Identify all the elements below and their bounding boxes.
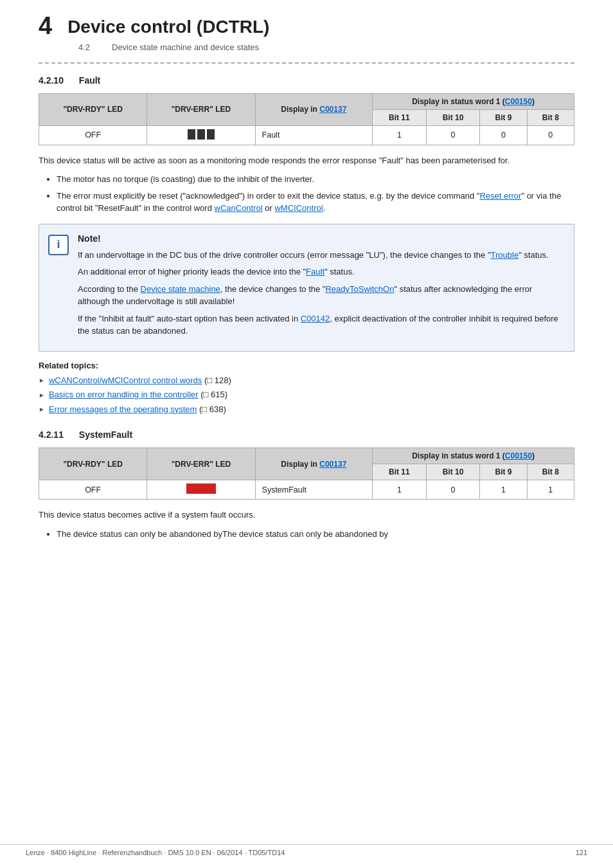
related-item-1: ► wCANControl/wMCIControl control words … xyxy=(39,374,574,387)
sf-c00137-link[interactable]: C00137 xyxy=(319,460,346,469)
fault-th-bit10: Bit 10 xyxy=(426,109,480,125)
wmcicontrol-link[interactable]: wMCIControl xyxy=(274,203,323,213)
led-bars-fault xyxy=(188,129,215,140)
fault-section-label: Fault xyxy=(79,75,100,86)
fault-th-bit8: Bit 8 xyxy=(527,109,574,125)
sf-th-col1: "DRV-RDY" LED xyxy=(39,448,147,480)
note-para3: According to the Device state machine, t… xyxy=(78,283,564,308)
fault-bullet1: The motor has no torque (is coasting) du… xyxy=(57,173,574,186)
note-icon: i xyxy=(48,235,69,255)
fault-th-col2: "DRV-ERR" LED xyxy=(147,93,255,125)
sf-th-bit10: Bit 10 xyxy=(426,464,480,480)
led-bar-3 xyxy=(207,129,215,140)
sf-bullet1: The device status can only be abandoned … xyxy=(57,528,574,541)
sf-led-rdy: OFF xyxy=(39,480,147,500)
wcancontrol-link[interactable]: wCanControl xyxy=(215,203,263,213)
sf-bit9-val: 1 xyxy=(480,480,527,500)
sf-th-bit11: Bit 11 xyxy=(373,464,427,480)
note-para4: If the "Inhibit at fault" auto-start opt… xyxy=(78,312,564,338)
fault-display-val: Fault xyxy=(255,125,372,145)
sf-th-bit8: Bit 8 xyxy=(527,464,574,480)
section-systemfault: 4.2.11 SystemFault "DRV-RDY" LED "DRV-ER… xyxy=(39,429,574,540)
note-title: Note! xyxy=(78,233,564,244)
ready-to-switchon-link[interactable]: ReadyToSwitchOn xyxy=(325,284,394,294)
fault-bit10-val: 0 xyxy=(426,125,480,145)
fault-bullet2: The error must explicitly be reset ("ack… xyxy=(57,190,574,215)
fault-table: "DRV-RDY" LED "DRV-ERR" LED Display in C… xyxy=(39,93,574,145)
systemfault-table-row: OFF SystemFault 1 0 1 1 xyxy=(39,480,574,500)
systemfault-table: "DRV-RDY" LED "DRV-ERR" LED Display in C… xyxy=(39,448,574,500)
related-item-2: ► Basics on error handling in the contro… xyxy=(39,388,574,401)
fault-bit9-val: 0 xyxy=(480,125,527,145)
led-bar-1 xyxy=(188,129,195,140)
fault-body1: This device status will be active as soo… xyxy=(39,154,574,167)
fault-section-num: 4.2.10 xyxy=(39,75,64,86)
systemfault-section-label: SystemFault xyxy=(79,429,132,440)
related-topics: Related topics: ► wCANControl/wMCIContro… xyxy=(39,361,574,416)
subchapter-text: Device state machine and device states xyxy=(112,42,259,52)
device-state-machine-link[interactable]: Device state machine xyxy=(141,284,220,294)
chapter-number: 4 xyxy=(39,13,52,40)
related-link-2[interactable]: Basics on error handling in the controll… xyxy=(49,388,199,401)
fault-th-col4: Display in status word 1 (C00150) xyxy=(373,93,574,109)
fault-bit8-val: 0 xyxy=(527,125,574,145)
sf-bit11-val: 1 xyxy=(373,480,427,500)
systemfault-section-num: 4.2.11 xyxy=(39,429,64,440)
sf-th-col3: Display in C00137 xyxy=(255,448,372,480)
note-para1: If an undervoltage in the DC bus of the … xyxy=(78,249,564,262)
sf-body1: This device status becomes active if a s… xyxy=(39,509,574,521)
footer-left: Lenze · 8400 HighLine · Referenzhandbuch… xyxy=(26,849,285,856)
related-arrow-3: ► xyxy=(39,404,45,414)
sf-bit10-val: 0 xyxy=(426,480,480,500)
related-arrow-1: ► xyxy=(39,375,45,385)
section-fault: 4.2.10 Fault "DRV-RDY" LED "DRV-ERR" LED… xyxy=(39,75,574,416)
related-link-3[interactable]: Error messages of the operating system xyxy=(49,403,197,416)
section-divider xyxy=(39,62,574,64)
sf-th-bit9: Bit 9 xyxy=(480,464,527,480)
fault-c00150-link[interactable]: C00150 xyxy=(505,97,532,106)
note-box-fault: i Note! If an undervoltage in the DC bus… xyxy=(39,224,574,352)
reset-error-link[interactable]: Reset error xyxy=(479,191,521,201)
related-link-1[interactable]: wCANControl/wMCIControl control words xyxy=(49,374,202,387)
fault-th-col1: "DRV-RDY" LED xyxy=(39,93,147,125)
related-page-3: (□ 638) xyxy=(197,403,226,416)
led-bar-2 xyxy=(197,129,205,140)
sf-c00150-link[interactable]: C00150 xyxy=(505,451,532,460)
related-page-2: (□ 615) xyxy=(199,388,227,401)
sf-th-col4: Display in status word 1 (C00150) xyxy=(373,448,574,464)
fault-bit11-val: 1 xyxy=(373,125,427,145)
c00142-link[interactable]: C00142 xyxy=(301,314,330,323)
related-page-1: (□ 128) xyxy=(202,374,231,387)
fault-th-bit9: Bit 9 xyxy=(480,109,527,125)
subchapter-num: 4.2 xyxy=(78,42,99,52)
footer-right: 121 xyxy=(576,849,587,856)
sf-led-err xyxy=(147,480,255,500)
fault-th-bit11: Bit 11 xyxy=(373,109,427,125)
fault-th-col3: Display in C00137 xyxy=(255,93,372,125)
trouble-link[interactable]: Trouble xyxy=(491,250,519,260)
page-footer: Lenze · 8400 HighLine · Referenzhandbuch… xyxy=(0,844,613,856)
fault-bullet-list: The motor has no torque (is coasting) du… xyxy=(57,173,574,215)
note-para2: An additional error of higher priority l… xyxy=(78,266,564,278)
sf-bullet-list: The device status can only be abandoned … xyxy=(57,528,574,541)
fault-table-row: OFF Fault 1 0 0 0 xyxy=(39,125,574,145)
fault-c00137-link[interactable]: C00137 xyxy=(319,105,346,114)
sf-display-val: SystemFault xyxy=(255,480,372,500)
sf-bit8-val: 1 xyxy=(527,480,574,500)
related-arrow-2: ► xyxy=(39,390,45,400)
led-red-solid xyxy=(186,484,216,494)
sf-th-col2: "DRV-ERR" LED xyxy=(147,448,255,480)
related-item-3: ► Error messages of the operating system… xyxy=(39,403,574,416)
chapter-title: Device control (DCTRL) xyxy=(67,13,269,37)
fault-led-rdy: OFF xyxy=(39,125,147,145)
note-content: Note! If an undervoltage in the DC bus o… xyxy=(78,233,564,342)
fault-link[interactable]: Fault xyxy=(306,267,324,276)
related-topics-title: Related topics: xyxy=(39,361,574,370)
fault-led-err xyxy=(147,125,255,145)
